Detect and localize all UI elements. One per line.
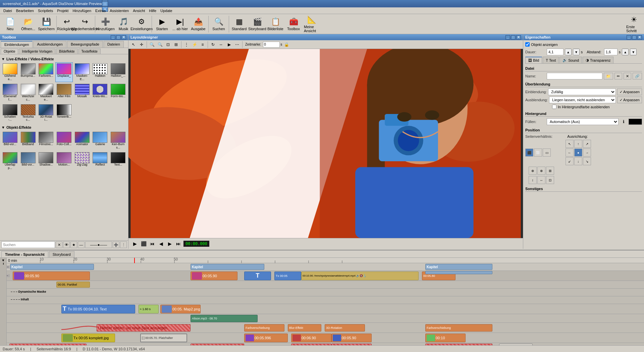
tab-bild[interactable]: 🖼 Bild	[525, 57, 542, 63]
timeline-scroll-area[interactable]: 0 min 10 20 30 40 50	[7, 258, 644, 345]
align-mc[interactable]: ●	[574, 149, 582, 157]
dt-zoom-fit[interactable]: ⊡	[164, 41, 172, 48]
clip-text-t[interactable]: T	[244, 272, 271, 280]
clip-animator2[interactable]: 00:10	[425, 334, 466, 342]
start-here-button[interactable]: ▶| ... ab hier	[171, 15, 189, 34]
dauer-input[interactable]	[547, 49, 564, 55]
effect-texturkac[interactable]: Texturkac...	[19, 103, 37, 123]
toolbox-pin-button[interactable]: _	[111, 35, 115, 40]
prev-frame-button[interactable]: ⏮	[149, 240, 156, 247]
effect-farbvers[interactable]: Farbvers...	[37, 62, 55, 82]
designer-float-button[interactable]: □	[511, 35, 516, 40]
align-mr[interactable]: →	[583, 149, 591, 157]
redo-button[interactable]: ↪ Wiederherstellen	[76, 15, 94, 34]
clip-farbverschiebung[interactable]: Farbverschiebung	[244, 324, 284, 332]
effect-3drotati[interactable]: 3D-Rotati...	[37, 103, 55, 123]
dt-zoom-in[interactable]: 🔍	[148, 41, 156, 48]
tab-text[interactable]: T Text	[543, 57, 559, 63]
effect-masken[interactable]: Masken-E...	[73, 62, 91, 82]
props-float-button[interactable]: □	[632, 35, 637, 40]
effect-mosaik[interactable]: Mosaik	[73, 83, 91, 103]
effect-displace[interactable]: Displace_	[55, 62, 73, 82]
tab-einblendungen[interactable]: Einblendungen	[1, 41, 33, 48]
new-button[interactable]: 📄 Neu	[1, 15, 19, 34]
tab-storyboard[interactable]: Storyboard	[49, 251, 74, 257]
align-br[interactable]: ↘	[583, 157, 591, 165]
sv-btn-3[interactable]: ▭	[543, 149, 551, 157]
clip-flexi2[interactable]: 00:05.996	[244, 334, 288, 342]
clip-map2[interactable]: 00:05. Map2.png	[160, 305, 201, 313]
music-button[interactable]: 🎵 Musik	[115, 15, 132, 34]
color-swatch[interactable]	[629, 119, 642, 125]
search-zoom-slider[interactable]: ——●——	[85, 241, 112, 248]
storyboard-button[interactable]: 🎬 Storyboard	[249, 15, 266, 34]
menu-scriptlets[interactable]: Scriptlets	[36, 8, 55, 13]
clip-chapter1[interactable]: Kapitel	[10, 264, 94, 270]
play-button[interactable]: ▶	[131, 240, 139, 247]
open-button[interactable]: 📂 Öffnen...	[19, 15, 37, 34]
effect-maskierte[interactable]: Maskierte...	[37, 83, 55, 103]
search-more-button[interactable]: ⋮	[120, 241, 127, 248]
clip-partikel[interactable]: 00:05. Partikel	[56, 282, 90, 288]
menu-extras[interactable]: Extras	[93, 8, 108, 13]
search-star-button[interactable]: ★	[70, 241, 77, 248]
effect-bildvor[interactable]: Bild-vor...	[1, 131, 19, 151]
dt-more[interactable]: ⋯	[233, 41, 241, 48]
menu-hilfe[interactable]: Hilfe	[147, 8, 158, 13]
bilderliste-button[interactable]: 📋 Bilderliste	[267, 15, 284, 34]
add-button[interactable]: ➕ Hinzufügen	[97, 15, 114, 34]
clip-flexi-collage1[interactable]: 00:05.90	[13, 272, 90, 280]
fuellen-select[interactable]: Automatisch (Aus)	[547, 118, 619, 125]
name-input[interactable]	[547, 73, 602, 79]
props-pin-button[interactable]: _	[627, 35, 631, 40]
einblendung-anpassen-button[interactable]: ✓ Anpassen	[617, 89, 642, 95]
search-clear-button[interactable]: ✕	[56, 241, 62, 248]
effect-bild-vor2[interactable]: Bild-vor...	[19, 151, 37, 171]
output-button[interactable]: 📤 Ausgabe	[190, 15, 207, 34]
effect-tonwertk[interactable]: Tonwertk...	[55, 103, 73, 123]
clip-3drotation[interactable]: 3D-Rotation	[325, 324, 365, 332]
clip-alison[interactable]: Alison.mp3 - 08.70	[191, 315, 258, 322]
dt-grid[interactable]: ⋮	[183, 41, 190, 48]
tab-sound[interactable]: 🔊 Sound	[559, 57, 582, 63]
effect-filmstrei[interactable]: Filmstrei...	[37, 131, 55, 151]
menu-projekt[interactable]: Projekt	[55, 8, 70, 13]
tab-bewegungspfade[interactable]: Bewegungspfade	[67, 41, 103, 48]
effect-zig[interactable]: Zig-Zag	[73, 151, 91, 171]
clip-chapter4[interactable]: Kapitel	[425, 264, 492, 270]
effect-bumpma[interactable]: Bumpma...	[19, 62, 37, 82]
search-input[interactable]	[1, 241, 55, 248]
effect-halbton2[interactable]: Halbton_...	[109, 62, 127, 82]
toolbox-float-button[interactable]: □	[116, 35, 121, 40]
name-clear-button[interactable]: ✕	[624, 73, 631, 79]
zeitmarke-input[interactable]	[263, 42, 280, 48]
effect-bildband[interactable]: Bildband	[19, 131, 37, 151]
subtab-bildeffekte[interactable]: Bildeffekte	[56, 49, 78, 54]
next-button[interactable]: ▶	[166, 240, 173, 247]
dt-zoom-100[interactable]: ⊞	[172, 41, 180, 48]
effect-weichzeic[interactable]: Weichzeic...	[19, 83, 37, 103]
effect-formmo[interactable]: Form-Mo...	[109, 83, 127, 103]
effect-kreismo[interactable]: Kreis-Mo...	[92, 83, 109, 103]
clip-text-fx[interactable]: Tx 00:05	[274, 272, 301, 280]
effect-fotocoll[interactable]: Foto-Coll...	[55, 131, 73, 151]
align-tr[interactable]: ↗	[583, 140, 591, 148]
dt-play2[interactable]: ▶	[225, 41, 233, 48]
dt-snap[interactable]: ⚡	[191, 41, 198, 48]
effect-motion[interactable]: Motion...	[55, 151, 73, 171]
search-slider-button[interactable]: —	[78, 241, 85, 248]
dt-cross-button[interactable]: ✛	[138, 41, 145, 48]
effect-shadow2[interactable]: Shadow...	[37, 151, 55, 171]
erste-schritte-button[interactable]: ☀ Erste Schritt	[625, 15, 643, 34]
tab-spuransicht[interactable]: Timeline - Spuransicht	[1, 251, 48, 257]
standard-button[interactable]: ▦ Standard	[230, 15, 248, 34]
clip-komplett[interactable]: Tx 00:05 komplett.jpg	[61, 334, 115, 342]
align-tc[interactable]: ↑	[574, 140, 582, 148]
ausblendung-select[interactable]: Liegen lassen, nicht ausblenden	[549, 97, 616, 103]
ea-btn-1[interactable]: ↕	[529, 176, 537, 184]
menu-update[interactable]: Update	[158, 8, 174, 13]
effect-ebeneneff[interactable]: Ebeneneff...	[1, 83, 19, 103]
fuellen-info-button[interactable]: ℹ	[620, 118, 627, 125]
stop-button[interactable]: ⬛	[140, 240, 147, 247]
track-collapse2[interactable]: −	[7, 274, 9, 277]
